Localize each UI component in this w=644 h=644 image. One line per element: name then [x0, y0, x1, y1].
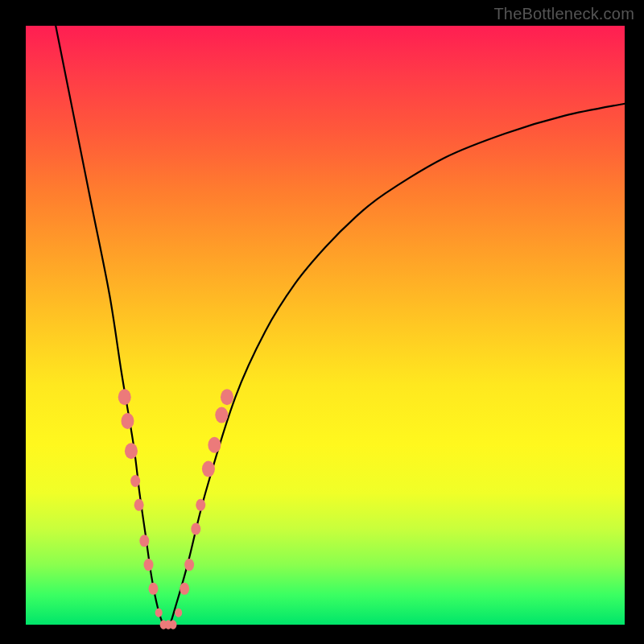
data-marker: [208, 437, 221, 453]
data-marker: [155, 608, 163, 617]
data-marker: [144, 559, 154, 571]
plot-area: [26, 26, 625, 625]
markers-group: [118, 389, 233, 629]
data-marker: [121, 413, 134, 429]
data-marker: [221, 389, 233, 405]
data-marker: [202, 461, 215, 477]
data-marker: [175, 608, 182, 617]
data-marker: [125, 443, 138, 459]
data-marker: [134, 499, 144, 511]
data-marker: [191, 522, 200, 535]
data-marker: [215, 407, 228, 423]
chart-frame: TheBottleneck.com: [0, 0, 644, 644]
data-marker: [148, 583, 158, 595]
data-marker: [180, 583, 189, 595]
chart-svg: [26, 26, 625, 625]
data-marker: [130, 475, 140, 487]
data-marker: [196, 499, 205, 511]
watermark-text: TheBottleneck.com: [493, 5, 634, 23]
data-marker: [139, 535, 149, 547]
data-marker: [184, 559, 194, 571]
data-marker: [170, 620, 177, 629]
data-marker: [118, 389, 131, 405]
